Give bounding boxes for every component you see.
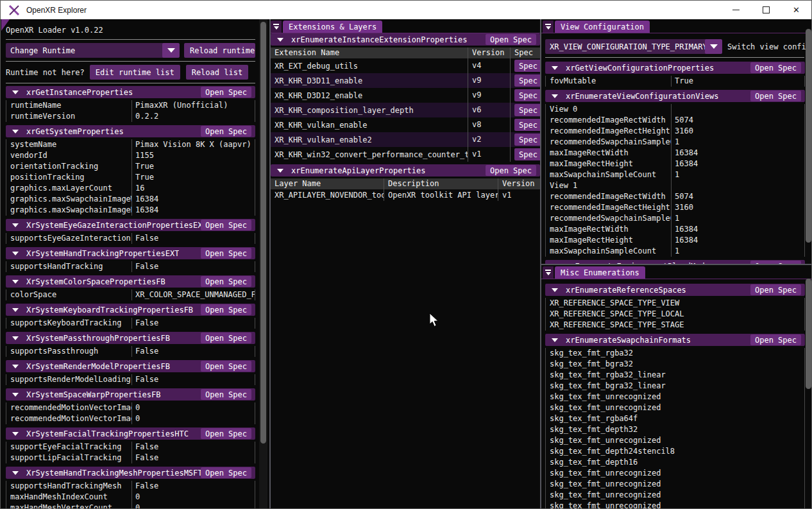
view-configuration-dropdown[interactable]: XR_VIEW_CONFIGURATION_TYPE_PRIMARY_STERE…: [545, 39, 722, 54]
collapse-triangle-icon[interactable]: [12, 91, 19, 94]
open-spec-button[interactable]: Open Spec: [201, 248, 251, 259]
collapse-triangle-icon[interactable]: [552, 338, 558, 342]
maximize-button[interactable]: [751, 1, 781, 19]
open-spec-button[interactable]: Open Spec: [201, 220, 251, 230]
close-button[interactable]: ✕: [781, 1, 811, 19]
open-spec-button[interactable]: Open Spec: [201, 361, 251, 372]
property-row: maxHandMeshIndexCount0: [6, 492, 255, 503]
tab-misc-enumerations[interactable]: Misc Enumerations: [555, 266, 645, 279]
property-row: vendorId1155: [6, 150, 255, 161]
open-spec-button[interactable]: Open Spec: [750, 284, 801, 295]
tab-extensions-layers[interactable]: Extensions & Layers: [283, 21, 382, 33]
open-spec-button[interactable]: Open Spec: [201, 126, 251, 137]
spec-button[interactable]: Spec: [514, 148, 540, 160]
open-spec-button[interactable]: Open Spec: [201, 87, 251, 98]
open-spec-button[interactable]: Open Spec: [201, 389, 251, 400]
collapse-triangle-icon[interactable]: [12, 252, 19, 255]
section-header[interactable]: XrSystemColorSpacePropertiesFBOpen Spec: [6, 275, 255, 288]
section-header[interactable]: xrEnumerateReferenceSpacesOpen Spec: [545, 284, 805, 296]
open-spec-button[interactable]: Open Spec: [486, 34, 536, 45]
collapse-triangle-icon[interactable]: [12, 308, 19, 312]
property-name: supportsHandTrackingMesh: [6, 481, 131, 492]
collapse-all-icon[interactable]: [543, 266, 554, 279]
extension-name: XR_KHR_composition_layer_depth: [271, 106, 468, 115]
open-spec-button[interactable]: Open Spec: [750, 62, 801, 73]
section-header-instance-extensions[interactable]: xrEnumerateInstanceExtensionProperties O…: [271, 33, 540, 46]
collapse-triangle-icon[interactable]: [552, 288, 558, 292]
open-spec-button[interactable]: Open Spec: [201, 332, 251, 343]
reload-runtime-button[interactable]: Reload runtime cache: [184, 43, 255, 58]
extension-name: XR_EXT_debug_utils: [271, 62, 468, 71]
reload-list-button[interactable]: Reload list: [186, 65, 248, 80]
collapse-all-icon[interactable]: [543, 21, 554, 33]
property-value: 1: [671, 246, 804, 257]
section-header[interactable]: XrSystemHandTrackingMeshPropertiesMSFTOp…: [6, 467, 255, 479]
collapse-triangle-icon[interactable]: [552, 66, 558, 70]
spec-button[interactable]: Spec: [514, 60, 540, 72]
collapse-triangle-icon[interactable]: [552, 94, 558, 98]
titlebar: OpenXR Explorer ✕: [1, 1, 811, 19]
collapse-triangle-icon[interactable]: [277, 38, 283, 42]
left-panel-scrollbar[interactable]: [259, 19, 267, 509]
spec-button[interactable]: Spec: [514, 134, 540, 146]
section-header-api-layers[interactable]: xrEnumerateApiLayerProperties Open Spec: [271, 164, 540, 177]
switch-view-configuration-button[interactable]: Switch view configuration: [727, 42, 812, 51]
property-value: False: [131, 453, 255, 463]
section-header[interactable]: xrGetViewConfigurationPropertiesOpen Spe…: [545, 62, 805, 74]
tab-view-configuration[interactable]: View Configuration: [555, 21, 650, 33]
section-header[interactable]: xrGetSystemPropertiesOpen Spec: [6, 125, 255, 137]
property-value: 16384: [671, 159, 804, 169]
section-header[interactable]: xrEnumerateViewConfigurationViewsOpen Sp…: [545, 90, 805, 102]
property-row: supportsKeyboardTrackingFalse: [6, 318, 255, 329]
open-spec-button[interactable]: Open Spec: [201, 276, 251, 287]
open-spec-button[interactable]: Open Spec: [201, 428, 251, 439]
collapse-triangle-icon[interactable]: [277, 169, 283, 173]
left-scrollbar-thumb[interactable]: [260, 22, 266, 444]
spec-button[interactable]: Spec: [514, 74, 540, 87]
property-value: [671, 104, 804, 115]
collapse-triangle-icon[interactable]: [12, 432, 19, 436]
section-title: xrGetViewConfigurationProperties: [566, 64, 714, 73]
section-header[interactable]: XrSystemFacialTrackingPropertiesHTCOpen …: [6, 427, 255, 440]
spec-button[interactable]: Spec: [514, 104, 540, 116]
property-name: maxImageRectWidth: [546, 224, 671, 235]
section-title: XrSystemSpaceWarpPropertiesFB: [26, 390, 161, 399]
minimize-button[interactable]: [721, 1, 751, 19]
property-row: supportsRenderModelLoadingFalse: [6, 374, 255, 385]
spec-button[interactable]: Spec: [514, 89, 540, 101]
collapse-triangle-icon[interactable]: [12, 280, 19, 284]
open-spec-button[interactable]: Open Spec: [486, 165, 536, 176]
separator: [545, 57, 804, 58]
open-spec-button[interactable]: Open Spec: [750, 91, 801, 101]
list-item: skg_tex_fmt_rgba32: [546, 348, 804, 359]
section-header[interactable]: XrSystemSpaceWarpPropertiesFBOpen Spec: [6, 388, 255, 401]
section-header[interactable]: XrSystemRenderModelPropertiesFBOpen Spec: [6, 360, 255, 372]
property-name: View 1: [546, 180, 671, 191]
collapse-triangle-icon[interactable]: [12, 393, 19, 397]
open-spec-button[interactable]: Open Spec: [201, 467, 251, 478]
open-spec-button[interactable]: Open Spec: [201, 304, 251, 315]
open-spec-button[interactable]: Open Spec: [750, 334, 801, 345]
collapse-triangle-icon[interactable]: [12, 471, 19, 475]
section-header[interactable]: XrSystemPassthroughPropertiesFBOpen Spec: [6, 332, 255, 344]
change-runtime-dropdown[interactable]: Change Runtime: [6, 43, 180, 58]
section-header[interactable]: XrSystemEyeGazeInteractionPropertiesEXTO…: [6, 219, 255, 231]
section-header[interactable]: xrGetInstancePropertiesOpen Spec: [6, 86, 255, 98]
collapse-triangle-icon[interactable]: [12, 130, 19, 134]
extension-version: v6: [468, 103, 510, 117]
edit-runtime-list-button[interactable]: Edit runtime list: [90, 65, 180, 80]
collapse-all-icon[interactable]: [271, 21, 282, 33]
collapse-triangle-icon[interactable]: [12, 336, 19, 340]
section-header[interactable]: XrSystemKeyboardTrackingPropertiesFBOpen…: [6, 304, 255, 316]
extension-name: XR_KHR_D3D12_enable: [271, 91, 468, 100]
view-panel-scrollbar-thumb[interactable]: [806, 29, 811, 243]
collapse-triangle-icon[interactable]: [12, 223, 19, 227]
section-title: XrSystemFacialTrackingPropertiesHTC: [26, 429, 189, 438]
collapse-triangle-icon[interactable]: [12, 365, 19, 368]
spec-button[interactable]: Spec: [514, 119, 540, 131]
section-header[interactable]: xrEnumerateSwapchainFormatsOpen Spec: [545, 334, 805, 346]
section-header[interactable]: XrSystemHandTrackingPropertiesEXTOpen Sp…: [6, 247, 255, 259]
property-name: recommendedSwapchainSampleCount: [546, 213, 671, 224]
misc-panel-scrollbar-thumb[interactable]: [806, 279, 811, 389]
list-item: skg_tex_fmt_unrecognized: [546, 435, 804, 446]
